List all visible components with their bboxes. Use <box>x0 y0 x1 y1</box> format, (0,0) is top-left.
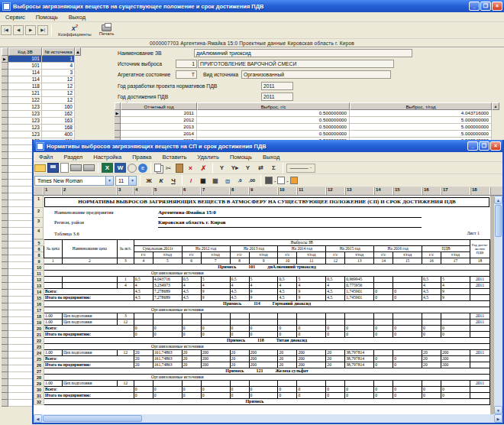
row-selector[interactable] <box>2 180 8 187</box>
print-setup-icon[interactable] <box>83 164 95 171</box>
doc-cell[interactable]: 0 <box>374 332 393 338</box>
doc-cell[interactable]: 9 <box>249 258 278 264</box>
row-selector[interactable] <box>2 90 8 97</box>
cell-code[interactable]: 121 <box>8 90 42 97</box>
source-name-field[interactable]: ПРИГОТОВЛЕНИЕ ВАРОЧНОЙ СМЕСИ <box>198 60 394 68</box>
cell-code[interactable]: 123 <box>8 125 42 131</box>
ruler-column-14[interactable]: 14 <box>374 187 393 195</box>
row-selector[interactable] <box>2 365 8 372</box>
doc-cell[interactable]: 12 <box>117 381 134 387</box>
grid-header[interactable]: Код ЗВ <box>8 47 42 56</box>
doc-cell[interactable]: 2011 <box>470 320 489 326</box>
excel-export-icon[interactable]: X <box>102 163 113 173</box>
row-selector[interactable] <box>2 338 8 345</box>
ruler-column-4[interactable]: 4 <box>134 187 153 195</box>
row-selector[interactable] <box>2 303 8 310</box>
doc-cell[interactable]: 0 <box>326 326 345 332</box>
doc-cell[interactable]: 12 <box>326 258 345 264</box>
doc-cell[interactable]: 0,5 <box>182 277 201 283</box>
doc-cell[interactable]: 0 <box>422 387 441 393</box>
row-selector[interactable] <box>2 118 8 125</box>
doc-cell[interactable] <box>374 283 393 289</box>
doc-cell[interactable]: Год дости- жения ПДВ <box>470 240 489 258</box>
doc-title[interactable]: НОРМАТИВЫ ВЫБРОСОВ ЗАГРЯЗНЯЮЩИХ ВЕЩЕСТВ … <box>44 197 489 207</box>
doc-cell[interactable] <box>374 277 393 283</box>
doc-cell[interactable]: На 2015 год <box>326 246 374 252</box>
emis-cell[interactable]: 2013 <box>121 124 197 131</box>
row-selector[interactable]: ▶ <box>2 56 8 63</box>
fill-color-picker[interactable] <box>265 177 273 184</box>
doc-cell[interactable]: 2011 <box>470 283 489 289</box>
scroll-left-icon[interactable]: ◀ <box>34 414 42 423</box>
doc-cell[interactable]: На 2014 год <box>278 246 326 252</box>
doc-cell[interactable] <box>470 356 489 362</box>
doc-cell[interactable]: Цех подготовки <box>62 313 117 320</box>
doc-cell[interactable]: 4 <box>278 283 297 289</box>
doc-cell[interactable]: ПДВ <box>422 246 470 252</box>
last-record-button[interactable]: ▶| <box>37 25 48 35</box>
doc-cell[interactable]: Цех подготовки <box>62 381 117 387</box>
row-selector[interactable] <box>2 173 8 180</box>
doc-cell[interactable]: Организованные источники <box>44 271 489 277</box>
doc-cell[interactable]: 9 <box>297 289 326 295</box>
grid-row[interactable]: 1014 <box>2 63 81 70</box>
row-selector[interactable] <box>2 262 8 269</box>
doc-cell[interactable]: 4,5 <box>230 289 249 295</box>
emis-cell[interactable]: 0.500000000 <box>197 110 350 117</box>
row-selector[interactable] <box>2 242 8 248</box>
ruler-column-13[interactable]: 13 <box>345 187 374 195</box>
doc-cell[interactable]: 200 <box>249 362 278 368</box>
doc-cell[interactable] <box>326 320 345 326</box>
cell-source[interactable]: 3 <box>42 70 75 76</box>
doc-cell[interactable]: 0,5 <box>326 277 345 283</box>
doc-cell[interactable]: 0 <box>422 326 441 332</box>
doc-cell[interactable]: 0 <box>374 362 393 368</box>
grid-row[interactable]: 123400 <box>2 131 81 138</box>
doc-cell[interactable] <box>297 381 326 387</box>
doc-cell[interactable] <box>374 350 393 356</box>
doc-cell[interactable]: 24 <box>34 350 44 356</box>
doc-cell[interactable]: 161,74863 <box>153 350 182 356</box>
grid-row[interactable]: 11412 <box>2 76 81 83</box>
doc-region-value[interactable]: Кировская область г. Киров <box>158 218 422 228</box>
close-button[interactable]: × <box>490 141 501 151</box>
doc-cell[interactable]: 4 <box>249 283 278 289</box>
doc-cell[interactable]: 0 <box>201 326 230 332</box>
doc-cell[interactable]: 0 <box>393 356 422 362</box>
doc-cell[interactable]: 22 <box>34 338 44 344</box>
doc-cell[interactable]: 0 <box>441 332 470 338</box>
doc-cell[interactable] <box>182 320 201 326</box>
doc-cell[interactable]: 20 <box>326 356 345 362</box>
cell-code[interactable]: 123 <box>8 131 42 138</box>
doc-cell[interactable]: 0 <box>393 326 422 332</box>
doc-cell[interactable]: 0 <box>393 289 422 295</box>
row-selector[interactable] <box>2 400 8 407</box>
doc-cell[interactable]: 28 <box>34 375 44 381</box>
row-selector[interactable] <box>2 131 8 138</box>
doc-cell[interactable]: 18 <box>470 258 489 264</box>
emis-row[interactable]: 20120.5000000005.000000000 <box>115 117 501 124</box>
doc-cell[interactable]: 0 <box>230 393 249 399</box>
row-selector[interactable] <box>2 310 8 317</box>
doc-cell[interactable]: 0 <box>134 387 153 393</box>
doc-cell[interactable]: 13 <box>345 258 374 264</box>
grid-row[interactable]: 12112 <box>2 90 81 97</box>
doc-cell[interactable]: 8 <box>230 258 249 264</box>
doc-cell[interactable]: 9 <box>201 289 230 295</box>
pollutant-name-field[interactable]: диАлюминий триоксид <box>194 49 412 57</box>
doc-cell[interactable]: 20 <box>422 356 441 362</box>
cell-source[interactable]: 163 <box>42 118 75 125</box>
doc-cell[interactable] <box>470 393 489 399</box>
ruler-column-15[interactable]: 15 <box>393 187 422 195</box>
doc-cell[interactable]: 16 <box>34 301 44 307</box>
menu-item-Файл[interactable]: Файл <box>34 154 58 161</box>
grid-header[interactable] <box>2 47 8 56</box>
doc-cell[interactable]: Цех подготовки <box>62 320 117 326</box>
coefficients-button[interactable]: x2 Коэффициенты <box>54 23 95 37</box>
emis-cell[interactable] <box>115 117 121 124</box>
doc-cell[interactable]: т/год <box>345 252 374 258</box>
doc-cell[interactable]: 0,775956 <box>345 283 374 289</box>
doc-cell[interactable]: 27 <box>34 368 44 375</box>
emis-header[interactable]: Выброс, т/год <box>350 102 492 110</box>
doc-cell[interactable] <box>297 313 326 320</box>
